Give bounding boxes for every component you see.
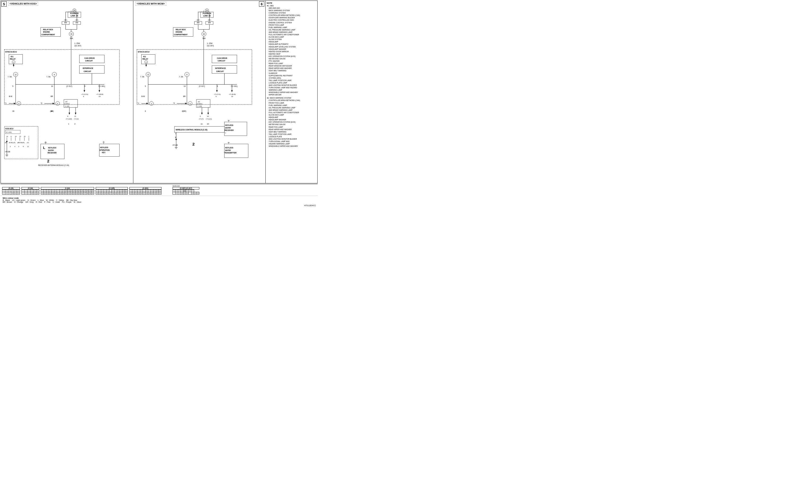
svg-text:COMPARTMENT: COMPARTMENT (41, 34, 55, 36)
note-star1: ★1 :ABS (267, 5, 316, 7)
svg-text:WIRELESS CONTROL MODULE (C-33): WIRELESS CONTROL MODULE (C-33) (175, 129, 207, 131)
svg-marker-244 (207, 113, 209, 114)
svg-marker-226 (146, 103, 148, 104)
svg-text:(C-104): (C-104) (6, 131, 12, 133)
svg-text:CAN DRIVE: CAN DRIVE (84, 57, 95, 59)
svg-text:IG1: IG1 (11, 56, 14, 58)
svg-text:KEYLESS: KEYLESS (225, 124, 233, 126)
svg-text:▽: ▽ (224, 132, 226, 134)
svg-text:J/C: J/C (65, 101, 68, 103)
svg-text:BR: BR (183, 95, 185, 97)
svg-text:2: 2 (145, 61, 146, 63)
svg-text:6: 6 (182, 110, 183, 112)
svg-text:B-W: B-W (9, 95, 12, 97)
note-title: NOTE (267, 2, 316, 4)
svg-text:<T>(GR): <T>(GR) (66, 118, 72, 120)
wire-colour-line1: B : Black LG : Light green G : Green L :… (3, 199, 315, 201)
svg-text:8W: 8W (76, 22, 78, 24)
connector-tables: (C-33) 1 2 3 4 5 6 7 8 9 10 11 12 (1, 184, 317, 196)
svg-marker-66 (99, 90, 100, 92)
svg-text:7. 5A: 7. 5A (179, 76, 183, 78)
svg-text:ENTRY: ENTRY (225, 149, 231, 151)
svg-text:6: 6 (84, 85, 85, 87)
wire-colour-line2: BR : Brown O : Orange GR : Grey R : Red … (3, 201, 315, 203)
svg-text:C-105: C-105 (65, 105, 69, 107)
svg-text:32: 32 (24, 136, 25, 137)
svg-text:RELAY BOX: RELAY BOX (43, 29, 53, 30)
svg-rect-253 (224, 122, 247, 136)
svg-text:12: 12 (15, 74, 17, 76)
svg-text:(V): (V) (27, 142, 29, 143)
svg-text:KOS-ECU: KOS-ECU (5, 128, 14, 130)
svg-text:34: 34 (206, 10, 208, 11)
svg-text:2: 2 (13, 61, 14, 63)
svg-text:10: 10 (183, 85, 185, 87)
svg-text:CIRCUIT: CIRCUIT (85, 60, 93, 62)
svg-text:B-W: B-W (141, 95, 145, 97)
footer: H7G11E04CC (0, 204, 318, 207)
svg-text:C-105: C-105 (197, 105, 202, 107)
svg-text:6: 6 (217, 85, 218, 87)
connector-c34: (C-34) 1 2 3 4 5 6 7 8 9 10 11 12 (21, 187, 39, 194)
left-diagram-title: <VEHICLES WITH KOS> (8, 2, 38, 6)
svg-text:INTERFACE: INTERFACE (83, 67, 93, 69)
svg-text:ENTRY: ENTRY (48, 149, 54, 151)
svg-text:CIRCUIT: CIRCUIT (216, 70, 224, 72)
svg-text:(C-317): (C-317) (66, 85, 72, 87)
connector-c307: MU801325 (C-307) (C-317) 1 2 3 4 m 5 6 7… (173, 185, 199, 194)
svg-text:CIRCUIT: CIRCUIT (218, 60, 225, 62)
svg-text:(C-317): (C-317) (199, 85, 205, 87)
svg-text:2: 2 (192, 142, 194, 146)
svg-text:7(C-301): 7(C-301) (98, 85, 105, 87)
svg-text:8: 8 (186, 74, 187, 76)
svg-text:LINK 34: LINK 34 (71, 15, 78, 17)
svg-rect-30 (4, 50, 119, 105)
svg-text:<T>(R-B): <T>(R-B) (229, 93, 236, 95)
svg-text:(R): (R) (22, 142, 24, 143)
svg-text:ETACS-ECU: ETACS-ECU (5, 51, 17, 53)
svg-text:TRANSMITTER: TRANSMITTER (224, 152, 236, 154)
svg-text:KEYLESS: KEYLESS (100, 147, 108, 148)
svg-text:5: 5 (189, 103, 191, 104)
connector-c105: (C-105) 1 2 3 4 5 6 7 8 9 10 11 12 (96, 187, 128, 194)
svg-text:38: 38 (51, 110, 53, 112)
svg-text:COMPARTMENT: COMPARTMENT (174, 34, 188, 36)
connector-c33: (C-33) 1 2 3 4 5 6 7 8 9 10 11 12 (2, 187, 20, 194)
svg-marker-213 (216, 90, 218, 92)
svg-text:1. 25W: 1. 25W (74, 42, 80, 44)
svg-text:8: 8 (67, 115, 68, 117)
svg-rect-42 (79, 65, 104, 73)
svg-text:<T>(R-B): <T>(R-B) (96, 93, 103, 95)
svg-text:(P): (P) (13, 142, 15, 143)
note-star2: ★2 :BACK WARNING SYSTEM (267, 97, 316, 99)
svg-text:(BR): (BR) (183, 110, 186, 112)
left-diagram: 5 <VEHICLES WITH KOS> FUSIBLE LINK 34 34… (1, 1, 133, 183)
svg-text:CIRCUIT: CIRCUIT (83, 70, 91, 72)
svg-text:ENTRY: ENTRY (225, 127, 231, 129)
svg-marker-62 (83, 90, 85, 92)
svg-text:B: B (175, 137, 176, 139)
svg-text:OPERATION: OPERATION (99, 149, 110, 151)
note-items-2: ·CONTROLLER AREA NETWORK (CAN) ·FRONT FO… (268, 99, 316, 147)
page-num-right: 6 (259, 1, 264, 7)
svg-text:5: 5 (200, 115, 201, 117)
svg-text:10: 10 (207, 123, 209, 125)
svg-text:KEY: KEY (102, 152, 105, 153)
svg-text:30: 30 (70, 33, 73, 35)
page-num-left: 5 (1, 1, 7, 7)
svg-text:5: 5 (57, 103, 58, 104)
svg-text:5: 5 (18, 146, 19, 147)
svg-text:30A: 30A (202, 37, 205, 39)
svg-text:KEYLESS: KEYLESS (225, 147, 233, 149)
svg-text:9: 9 (145, 110, 146, 112)
svg-text:7(C-301): 7(C-301) (231, 85, 237, 87)
svg-text:19: 19 (231, 95, 233, 97)
svg-text:ETACS-ECU: ETACS-ECU (138, 51, 149, 53)
svg-text:(B): (B) (5, 142, 7, 143)
svg-text:21: 21 (74, 115, 76, 117)
svg-marker-231 (185, 103, 187, 104)
svg-text:13: 13 (19, 136, 21, 137)
svg-text:8: 8 (23, 146, 24, 147)
svg-text:11: 11 (200, 123, 202, 125)
svg-text:INTERFACE: INTERFACE (215, 67, 226, 69)
